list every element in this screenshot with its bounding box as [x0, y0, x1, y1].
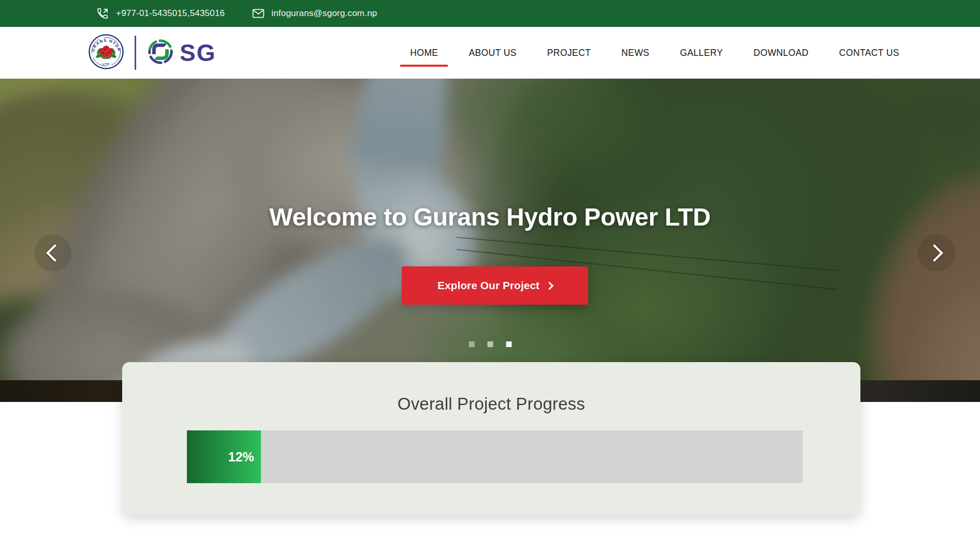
chevron-right-icon [926, 244, 943, 262]
hero-carousel: Welcome to Gurans Hydro Power LTD Explor… [0, 79, 980, 402]
hero-dark-overlay [0, 79, 980, 402]
main-navigation: HOME ABOUT US PROJECT NEWS GALLERY DOWNL… [410, 27, 899, 79]
brand-divider [135, 36, 136, 70]
explore-project-label: Explore Our Project [437, 279, 539, 292]
chevron-left-icon [46, 244, 64, 262]
nav-item-home[interactable]: HOME [410, 48, 438, 58]
top-contact-bar: +977-01-5435015,5435016 infogurans@sgorg… [0, 0, 980, 27]
hero-title: Welcome to Gurans Hydro Power LTD [0, 203, 980, 231]
chevron-right-icon [546, 282, 554, 290]
page: +977-01-5435015,5435016 infogurans@sgorg… [0, 0, 980, 553]
carousel-next-button[interactable] [918, 234, 955, 272]
sg-logo-icon [145, 37, 175, 69]
envelope-icon [252, 7, 265, 20]
svg-text:LTD: LTD [103, 63, 110, 66]
progress-percent-label: 12% [228, 450, 254, 465]
carousel-dot-3[interactable] [506, 341, 511, 347]
nav-item-about-us[interactable]: ABOUT US [469, 48, 516, 58]
progress-heading: Overall Project Progress [122, 362, 860, 414]
sg-logo-text: SG [180, 39, 216, 67]
progress-track: 12% [187, 430, 803, 483]
carousel-dot-1[interactable] [469, 341, 474, 347]
brand-logos[interactable]: GURANS HYDRO [88, 34, 216, 72]
explore-project-button[interactable]: Explore Our Project [402, 266, 588, 305]
email-link[interactable]: infogurans@sgorg.com.np [252, 7, 377, 20]
progress-card: Overall Project Progress 12% [122, 362, 860, 515]
carousel-prev-button[interactable] [34, 234, 71, 272]
carousel-dot-2[interactable] [487, 341, 493, 347]
gurans-hydro-badge-logo: GURANS HYDRO [88, 34, 124, 72]
nav-item-news[interactable]: NEWS [621, 48, 649, 58]
email-address: infogurans@sgorg.com.np [271, 8, 377, 19]
nav-item-contact-us[interactable]: CONTACT US [839, 48, 899, 58]
phone-number: +977-01-5435015,5435016 [116, 8, 225, 19]
phone-link[interactable]: +977-01-5435015,5435016 [96, 7, 225, 21]
progress-fill: 12% [187, 430, 261, 483]
nav-item-gallery[interactable]: GALLERY [680, 48, 723, 58]
carousel-dots [469, 341, 511, 347]
navbar: GURANS HYDRO [0, 27, 980, 79]
nav-item-download[interactable]: DOWNLOAD [754, 48, 809, 58]
nav-item-project[interactable]: PROJECT [547, 48, 591, 58]
phone-outgoing-icon [96, 7, 110, 21]
